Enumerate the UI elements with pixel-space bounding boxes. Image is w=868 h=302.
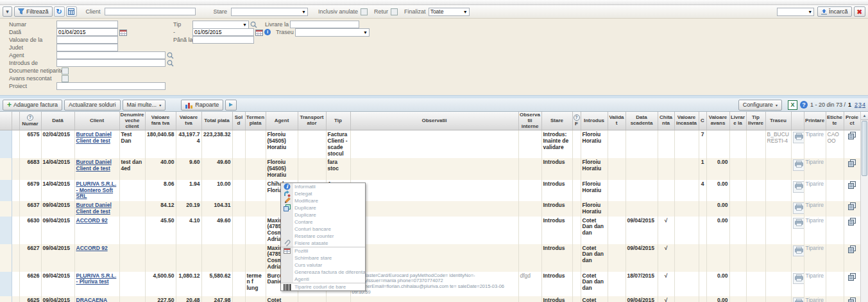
finalizat-select[interactable]: Toate▼ — [429, 8, 470, 16]
numar-input[interactable] — [56, 21, 118, 28]
tiparire-link[interactable]: Tiparire — [806, 131, 824, 138]
col-header-agent[interactable]: Agent — [266, 112, 298, 130]
copy-pages-icon[interactable] — [848, 220, 856, 227]
pagination-page-link[interactable]: 2 — [855, 102, 858, 108]
copy-pages-icon[interactable] — [848, 248, 856, 254]
copy-pages-icon[interactable] — [848, 184, 856, 190]
valoare-de-la-input[interactable] — [56, 36, 118, 44]
printer-icon[interactable] — [793, 298, 804, 302]
documente-netiparite-checkbox[interactable] — [62, 67, 69, 75]
client-link[interactable]: Burcut Daniel Client de test — [76, 202, 112, 215]
introdus-de-input[interactable] — [56, 59, 166, 67]
menu-item-contare[interactable]: Contare — [281, 218, 365, 226]
col-header-denum[interactable]: Denumire veche client — [119, 112, 145, 130]
copy-pages-icon[interactable] — [848, 205, 856, 211]
judet-input[interactable] — [56, 44, 118, 51]
col-header-sold[interactable]: Sold — [232, 112, 245, 130]
col-header-obs[interactable]: Observatii — [350, 112, 518, 130]
calendar-icon[interactable] — [119, 29, 127, 36]
rapoarte-button[interactable]: Rapoarte — [181, 100, 223, 111]
copy-pages-icon[interactable] — [848, 162, 856, 168]
menu-item-conturi-bancare[interactable]: Conturi bancare — [281, 226, 365, 233]
client-link[interactable]: ACCORD 92 — [76, 245, 108, 251]
col-header-validat[interactable]: Validat — [608, 112, 625, 130]
copy-pages-icon[interactable] — [848, 276, 856, 282]
invoice-row[interactable]: 663009/04/2015ACCORD 9245.504.1049.60Max… — [0, 217, 860, 244]
column-help-icon[interactable]: ? — [574, 114, 580, 121]
menu-item-tiparire-coduri-de-bare[interactable]: Tiparire coduri de bare — [281, 283, 365, 290]
rapoarte-expand-button[interactable] — [225, 100, 237, 111]
tiparire-link[interactable]: Tiparire — [806, 217, 824, 224]
col-header-livla[interactable]: Livrare la — [729, 112, 746, 130]
client-link[interactable]: Burcut Daniel Client de test — [76, 159, 112, 172]
agent-input[interactable] — [56, 51, 166, 59]
inclusiv-anulate-checkbox[interactable] — [361, 8, 368, 15]
printer-icon[interactable] — [793, 159, 804, 171]
client-link[interactable]: PLURIVA S.R.L. - Montero Soft SRL — [76, 181, 117, 200]
printer-icon[interactable] — [793, 132, 804, 143]
col-header-etich[interactable]: Etichete — [826, 112, 844, 130]
col-header-tip[interactable]: Tip — [326, 112, 350, 130]
menu-item-agenti[interactable]: Agenti — [281, 276, 365, 283]
collapse-filters-button[interactable]: ▾ — [3, 6, 12, 17]
configurare-button[interactable]: Configurare▾ — [738, 100, 782, 111]
retur-checkbox[interactable] — [391, 8, 398, 15]
stare-select[interactable]: ▼ — [231, 8, 308, 16]
help-icon[interactable]: ? — [800, 101, 808, 109]
refresh-button[interactable]: ↻ — [54, 6, 65, 17]
invoice-row[interactable]: 667914/04/2015PLURIVA S.R.L. - Montero S… — [0, 180, 860, 201]
tip-search-icon[interactable] — [250, 21, 257, 28]
col-header-client[interactable]: Client — [74, 112, 119, 130]
client-link[interactable]: PLURIVA S.R.L. - Pluriva test — [76, 272, 117, 285]
date-info-icon[interactable]: i — [264, 29, 271, 35]
scrollbar-thumb[interactable] — [862, 121, 867, 176]
col-header-f[interactable]: ?F — [572, 112, 581, 130]
excel-export-icon[interactable]: X — [788, 100, 797, 110]
invoice-row[interactable]: 657502/04/2015Burcut Daniel Client de te… — [0, 130, 860, 159]
copy-pages-icon[interactable] — [848, 134, 856, 141]
invoice-row[interactable]: 662609/04/2015PLURIVA S.R.L. - Pluriva t… — [0, 272, 860, 297]
col-header-vtva[interactable]: Valoare tva — [176, 112, 201, 130]
menu-item-pozitii[interactable]: Pozitii — [281, 247, 365, 254]
proiect-input[interactable] — [56, 82, 166, 90]
agent-search-icon[interactable] — [167, 52, 174, 59]
tiparire-link[interactable]: Tiparire — [806, 297, 824, 302]
invoice-row[interactable]: 668314/04/2015Burcut Daniel Client de te… — [0, 158, 860, 179]
col-header-termen[interactable]: Termen plata — [245, 112, 266, 130]
client-input[interactable] — [105, 8, 196, 15]
saved-view-select[interactable]: ▼ — [777, 8, 814, 16]
menu-item-schimbare-stare[interactable]: Schimbare stare — [281, 254, 365, 262]
client-link[interactable]: ACCORD 92 — [76, 217, 108, 224]
filter-button[interactable]: Filtrează — [14, 6, 53, 17]
col-header-stare[interactable]: Stare — [541, 112, 572, 130]
menu-item-modificare[interactable]: Modificare — [281, 197, 365, 204]
calendar-icon[interactable] — [255, 29, 263, 36]
col-header-transp[interactable]: Transportator — [298, 112, 326, 130]
tiparire-link[interactable]: Tiparire — [806, 181, 824, 187]
menu-item-resetare-counter[interactable]: Resetare counter — [281, 233, 365, 240]
col-header-datascad[interactable]: Data scadenta — [625, 112, 658, 130]
tiparire-link[interactable]: Tiparire — [806, 159, 824, 165]
pana-la-input[interactable] — [192, 36, 254, 44]
avans-nescontat-checkbox[interactable] — [62, 75, 69, 82]
client-link[interactable]: Burcut Daniel Client de test — [76, 131, 112, 144]
adaugare-factura-button[interactable]: +Adaugare factura — [3, 100, 62, 111]
introdus-search-icon[interactable] — [167, 60, 174, 67]
data-from-input[interactable] — [56, 28, 118, 36]
printer-icon[interactable] — [793, 273, 804, 285]
printer-icon[interactable] — [793, 181, 804, 193]
printer-icon[interactable] — [793, 202, 804, 214]
menu-item-duplicare[interactable]: Duplicare — [281, 204, 365, 211]
col-header-tiparire[interactable]: Printare — [804, 112, 826, 130]
vertical-scrollbar[interactable]: ▲ — [860, 112, 868, 302]
col-header-chit[interactable]: Chitanta — [658, 112, 674, 130]
col-header-vinc[interactable]: Valoare incasata — [674, 112, 699, 130]
col-header-traseu[interactable]: Traseu — [765, 112, 791, 130]
col-header-total[interactable]: Total plata — [201, 112, 232, 130]
menu-item-genereaza-factura-de-diferenta-curs[interactable]: Genereaza factura de diferenta curs — [281, 269, 365, 276]
menu-item-fisiere-atasate[interactable]: Fisiere atasate — [281, 240, 365, 247]
save-view-button[interactable] — [66, 6, 77, 17]
close-button[interactable]: ✖ — [854, 6, 865, 17]
incarca-button[interactable]: Încarcă — [817, 6, 852, 17]
actualizare-solduri-button[interactable]: Actualizare solduri — [64, 100, 121, 111]
